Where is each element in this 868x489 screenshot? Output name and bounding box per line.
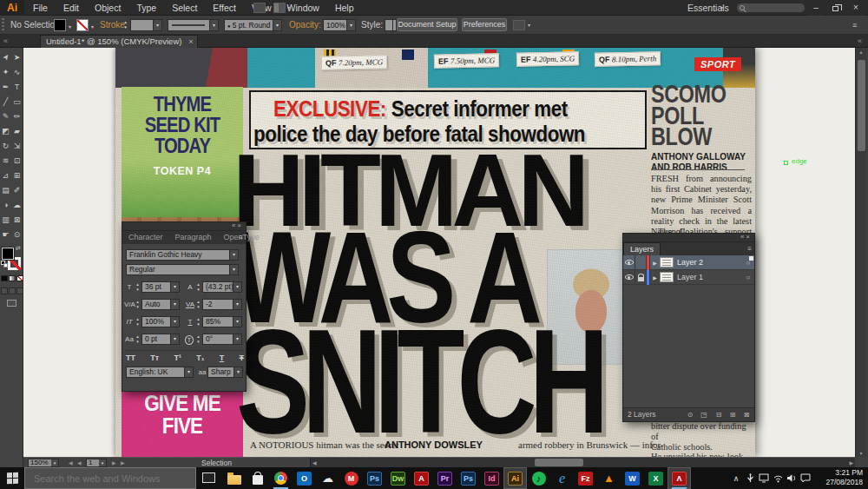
gradient-tool[interactable]: ▤ (0, 182, 11, 197)
illustrator-button[interactable]: Ai (503, 467, 527, 489)
fill-caret-icon[interactable]: ▾ (69, 23, 71, 30)
char-rotation-field[interactable]: 0°▾ (202, 334, 242, 345)
width-profile-field[interactable]: ▾ (168, 19, 219, 31)
bridge-icon[interactable] (253, 3, 266, 13)
antialias-field[interactable]: Sharp▾ (207, 367, 243, 378)
stroke-weight-field[interactable]: ▾ (130, 19, 162, 31)
paintbrush-tool[interactable]: ✎ (0, 109, 11, 123)
menu-item[interactable]: Effect (205, 0, 244, 16)
color-mode-button[interactable] (1, 275, 8, 281)
font-style-caret-icon[interactable]: ▾ (229, 265, 238, 274)
menu-item[interactable]: Object (87, 0, 128, 16)
minimize-button[interactable]: – (807, 0, 825, 16)
fill-swatch[interactable] (54, 19, 66, 31)
zoom-tool[interactable]: ⊙ (11, 227, 23, 241)
brush-field[interactable]: ●5 pt. Round▾ (224, 19, 282, 31)
gradient-mode-button[interactable] (9, 275, 16, 281)
acrobat-reader-button[interactable]: A (410, 467, 433, 489)
free-transform-tool[interactable]: ⊡ (11, 153, 23, 168)
screen-mode-button[interactable] (7, 300, 16, 307)
panel-close-icon[interactable]: × (237, 221, 243, 229)
visibility-toggle[interactable] (623, 255, 635, 270)
horizontal-scale-field[interactable]: 85%▾ (202, 316, 242, 327)
close-button[interactable]: × (845, 0, 866, 16)
kerning-caret-icon[interactable]: ▾ (170, 300, 179, 309)
file-explorer-button[interactable] (222, 467, 246, 489)
panel-menu-icon[interactable]: ≡ (747, 242, 752, 255)
artboard-tool[interactable]: ⊠ (11, 212, 23, 227)
panel-tab[interactable]: Character (122, 231, 169, 244)
collapse-toolbar-icon[interactable]: « (3, 35, 8, 47)
none-mode-button[interactable] (16, 275, 23, 281)
expand-icon[interactable]: ▶ (650, 270, 660, 285)
layer-row-layer1[interactable]: ▶ Layer 1 ○ (623, 270, 754, 285)
font-family-field[interactable]: Franklin Gothic Heavy▾ (126, 249, 239, 261)
locate-object-icon[interactable]: ⊙ (684, 408, 696, 421)
opacity-link[interactable]: Opacity: (289, 16, 321, 35)
layer-name[interactable]: Layer 1 (674, 273, 742, 281)
type-tool[interactable]: T (11, 79, 23, 94)
app-search-box[interactable] (736, 3, 806, 13)
workspace-caret-icon[interactable]: ▾ (720, 0, 723, 16)
indesign-button[interactable]: Id (480, 467, 503, 489)
small-caps-button[interactable]: Tᴛ (150, 354, 159, 362)
dreamweaver-button[interactable]: Dw (386, 467, 410, 489)
scroll-up-icon[interactable]: ▴ (856, 49, 866, 55)
volume-icon[interactable] (785, 467, 799, 489)
superscript-button[interactable]: T¹ (174, 354, 181, 362)
action-center-icon[interactable] (799, 467, 812, 489)
horizontal-scroll-thumb[interactable] (535, 459, 583, 466)
preferences-button[interactable]: Preferences (462, 18, 507, 31)
new-sublayer-icon[interactable]: ⊟ (713, 408, 725, 421)
panel-close-icon[interactable]: × (746, 233, 752, 241)
acrobat-dc-button[interactable]: Ʌ (667, 467, 691, 489)
spotify-button[interactable]: ♪ (527, 467, 550, 489)
layer-name[interactable]: Layer 2 (674, 258, 742, 267)
lock-toggle[interactable] (635, 255, 647, 270)
scroll-down-icon[interactable]: ▾ (856, 450, 866, 456)
leading-caret-icon[interactable]: ▾ (233, 282, 241, 292)
kerning-stepper[interactable]: ▴▾ (135, 300, 141, 309)
tab-close-icon[interactable]: × (188, 36, 193, 48)
document-setup-button[interactable]: Document Setup (397, 18, 457, 31)
stroke-stepper[interactable]: ▴▾ (122, 19, 128, 30)
mesh-tool[interactable]: ⊞ (11, 168, 23, 182)
panel-tab[interactable]: Paragraph (169, 231, 218, 244)
font-family-caret-icon[interactable]: ▾ (229, 250, 238, 260)
task-view-button[interactable] (202, 472, 215, 483)
horizontal-scale-stepper[interactable]: ▴▾ (195, 317, 201, 327)
visibility-toggle[interactable] (623, 270, 635, 285)
swap-fill-stroke-icon[interactable]: ⇄ (16, 245, 21, 252)
kerning-field[interactable]: Auto▾ (141, 299, 180, 310)
collapse-panels-icon[interactable]: ≡ (852, 16, 857, 35)
stroke-swatch[interactable] (76, 19, 89, 31)
underline-button[interactable]: T (220, 354, 225, 362)
layer-row-layer2[interactable]: ▶ Layer 2 ○ (623, 255, 754, 270)
font-size-stepper[interactable]: ▴▾ (135, 282, 141, 292)
lock-toggle[interactable] (635, 270, 647, 285)
leading-stepper[interactable]: ▴▾ (195, 282, 201, 292)
rectangle-tool[interactable]: ▭ (11, 94, 23, 109)
tracking-stepper[interactable]: ▴▾ (195, 300, 201, 309)
panel-menu-icon[interactable]: ≡ (239, 231, 243, 244)
photoshop-button[interactable]: Ps (363, 467, 386, 489)
vertical-scale-field[interactable]: 100%▾ (141, 316, 180, 327)
store-button[interactable] (246, 467, 269, 489)
symbol-options-caret-icon[interactable]: ▾ (528, 16, 530, 35)
menu-item[interactable]: Help (327, 0, 362, 16)
document-tab[interactable]: Untitled-1* @ 150% (CMYK/Preview)× (40, 35, 198, 48)
menu-item[interactable]: Edit (56, 0, 87, 16)
pen-tool[interactable]: ✒ (0, 79, 11, 94)
restore-button[interactable] (826, 0, 844, 16)
draw-behind-button[interactable] (9, 287, 16, 294)
char-rotation-caret-icon[interactable]: ▾ (233, 334, 241, 344)
photoshop2-button[interactable]: Ps (457, 467, 480, 489)
opacity-field[interactable]: 100%▾ (323, 19, 356, 31)
layers-panel-titlebar[interactable]: «× (623, 234, 754, 242)
onedrive-button[interactable]: ☁ (316, 467, 339, 489)
start-button[interactable] (0, 467, 24, 489)
usb-icon[interactable] (743, 467, 757, 489)
zoom-level-field[interactable]: 150%▾ (28, 459, 59, 467)
draw-normal-button[interactable] (1, 287, 8, 294)
outlook-button[interactable]: O (293, 467, 316, 489)
